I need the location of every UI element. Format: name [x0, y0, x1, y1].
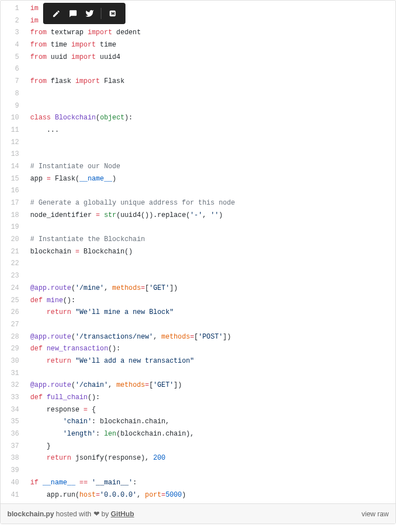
code-line: 18node_identifier = str(uuid4()).replace…: [1, 210, 395, 222]
code-line: 38 return jsonify(response), 200: [1, 452, 395, 465]
source-line: }: [26, 441, 51, 452]
line-number[interactable]: 11: [1, 124, 26, 136]
code-line: 7from flask import Flask: [1, 76, 395, 88]
line-number[interactable]: 33: [1, 392, 26, 403]
line-number[interactable]: 28: [1, 331, 26, 343]
source-line: def mine():: [26, 295, 76, 306]
source-line: 'length': len(blockchain.chain),: [26, 428, 194, 440]
gist-container: 1im2im3from textwrap import dedent4from …: [0, 0, 396, 524]
line-number[interactable]: 12: [1, 137, 26, 148]
line-number[interactable]: 22: [1, 258, 26, 269]
line-number[interactable]: 3: [1, 27, 26, 38]
github-link[interactable]: GitHub: [111, 510, 134, 518]
source-line: if __name__ == '__main__':: [26, 477, 137, 488]
source-line: app = Flask(__name__): [26, 173, 117, 184]
line-number[interactable]: 36: [1, 428, 26, 440]
line-number[interactable]: 6: [1, 63, 26, 75]
code-line: 23: [1, 270, 395, 283]
line-number[interactable]: 15: [1, 173, 26, 184]
line-number[interactable]: 7: [1, 76, 26, 87]
source-line: from textwrap import dedent: [26, 27, 141, 38]
line-number[interactable]: 10: [1, 112, 26, 123]
line-number[interactable]: 18: [1, 210, 26, 221]
filename-link[interactable]: blockchain.py: [7, 510, 54, 518]
line-number[interactable]: 24: [1, 283, 26, 294]
line-number[interactable]: 17: [1, 197, 26, 209]
line-number[interactable]: 1: [1, 3, 26, 14]
source-line: from flask import Flask: [26, 76, 124, 87]
line-number[interactable]: 14: [1, 161, 26, 172]
line-number[interactable]: 39: [1, 465, 26, 476]
source-line: ...: [26, 124, 59, 136]
code-line: 15app = Flask(__name__): [1, 173, 395, 186]
line-number[interactable]: 27: [1, 319, 26, 330]
code-line: 35 'chain': blockchain.chain,: [1, 416, 395, 428]
source-line: node_identifier = str(uuid4()).replace('…: [26, 210, 223, 221]
line-number[interactable]: 9: [1, 100, 26, 112]
line-number[interactable]: 4: [1, 39, 26, 50]
line-number[interactable]: 37: [1, 441, 26, 452]
code-line: 16: [1, 185, 395, 197]
source-line: im: [26, 3, 39, 14]
code-line: 17# Generate a globally unique address f…: [1, 197, 395, 210]
line-number[interactable]: 32: [1, 380, 26, 391]
code-line: 22: [1, 258, 395, 270]
medium-icon[interactable]: [104, 6, 121, 21]
view-raw-link[interactable]: view raw: [361, 510, 389, 518]
code-line: 8: [1, 88, 395, 100]
line-number[interactable]: 19: [1, 221, 26, 233]
source-line: def full_chain():: [26, 392, 100, 403]
line-number[interactable]: 16: [1, 185, 26, 196]
source-line: return "We'll add a new transaction": [26, 355, 194, 367]
by-text: by: [100, 510, 111, 518]
line-number[interactable]: 29: [1, 343, 26, 354]
footer-left: blockchain.py hosted with ❤ by GitHub: [7, 510, 134, 518]
source-line: # Instantiate our Node: [26, 161, 120, 172]
code-line: 19: [1, 221, 395, 234]
source-line: @app.route('/chain', methods=['GET']): [26, 380, 182, 391]
code-line: 9: [1, 100, 395, 113]
line-number[interactable]: 25: [1, 295, 26, 306]
twitter-icon[interactable]: [81, 6, 98, 21]
line-number[interactable]: 23: [1, 270, 26, 281]
code-line: 36 'length': len(blockchain.chain),: [1, 428, 395, 441]
code-line: 5from uuid import uuid4: [1, 52, 395, 64]
pencil-icon[interactable]: [48, 6, 64, 21]
code-line: 25def mine():: [1, 295, 395, 307]
line-number[interactable]: 34: [1, 404, 26, 415]
line-number[interactable]: 35: [1, 416, 26, 427]
line-number[interactable]: 21: [1, 246, 26, 257]
hosted-text: hosted with: [54, 510, 93, 518]
source-line: def new_transaction():: [26, 343, 120, 354]
line-number[interactable]: 20: [1, 234, 26, 245]
line-number[interactable]: 5: [1, 52, 26, 63]
line-number[interactable]: 2: [1, 15, 26, 26]
line-number[interactable]: 41: [1, 489, 26, 501]
line-number[interactable]: 40: [1, 477, 26, 488]
comment-icon[interactable]: [64, 6, 81, 21]
source-line: 'chain': blockchain.chain,: [26, 416, 170, 427]
line-number[interactable]: 31: [1, 368, 26, 379]
source-line: blockchain = Blockchain(): [26, 246, 133, 257]
code-line: 14# Instantiate our Node: [1, 161, 395, 173]
code-line: 21blockchain = Blockchain(): [1, 246, 395, 258]
code-line: 11 ...: [1, 124, 395, 137]
line-number[interactable]: 30: [1, 355, 26, 367]
line-number[interactable]: 8: [1, 88, 26, 99]
line-number[interactable]: 38: [1, 452, 26, 464]
code-line: 20# Instantiate the Blockchain: [1, 234, 395, 246]
code-line: 30 return "We'll add a new transaction": [1, 355, 395, 368]
code-line: 29def new_transaction():: [1, 343, 395, 355]
code-area: 1im2im3from textwrap import dedent4from …: [1, 1, 395, 503]
code-line: 3from textwrap import dedent: [1, 27, 395, 39]
toolbar-separator: [101, 8, 101, 19]
line-number[interactable]: 26: [1, 307, 26, 318]
code-line: 32@app.route('/chain', methods=['GET']): [1, 380, 395, 392]
line-number[interactable]: 13: [1, 149, 26, 160]
code-line: 27: [1, 319, 395, 331]
code-line: 24@app.route('/mine', methods=['GET']): [1, 283, 395, 295]
code-line: 13: [1, 149, 395, 161]
source-line: return jsonify(response), 200: [26, 452, 165, 464]
source-line: # Instantiate the Blockchain: [26, 234, 145, 245]
source-line: from time import time: [26, 39, 117, 50]
